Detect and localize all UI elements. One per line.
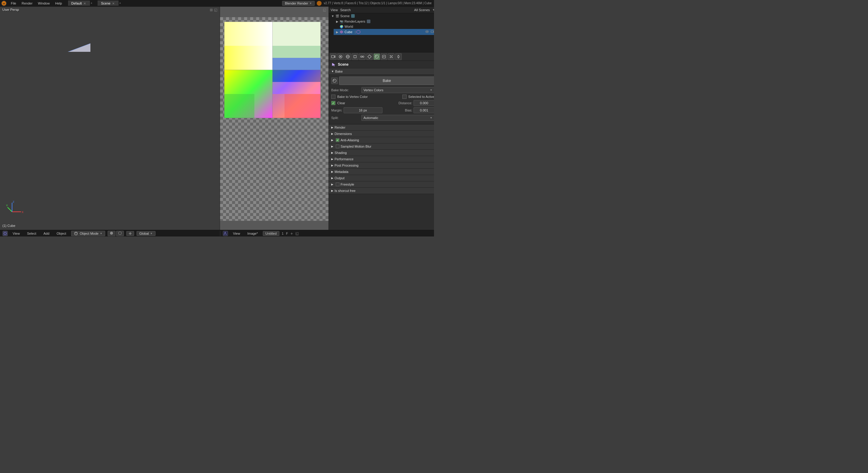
- selected-to-active-label: Selected to Active: [408, 95, 434, 98]
- workspace-tab-default[interactable]: Default ✕: [68, 1, 90, 6]
- distance-value[interactable]: 0.000: [413, 100, 434, 106]
- margin-value[interactable]: 16 px: [344, 107, 382, 113]
- close-workspace-tab[interactable]: ✕: [83, 2, 87, 5]
- bake-mode-dropdown[interactable]: Vertex Colors ▼: [361, 87, 434, 93]
- section-render[interactable]: ▶ Render: [329, 124, 434, 131]
- uv-expand-btn[interactable]: ◱: [296, 231, 299, 235]
- viewport-small-icon: [2, 231, 8, 236]
- prop-physics-icon[interactable]: [395, 53, 402, 60]
- mb-checkbox[interactable]: [336, 145, 339, 148]
- camera-icon-small: [430, 30, 434, 34]
- prop-object-icon[interactable]: [352, 53, 358, 60]
- viewport-view-menu[interactable]: View: [10, 231, 22, 236]
- scene-tab[interactable]: Scene ✕: [98, 1, 119, 6]
- svg-marker-31: [60, 37, 90, 52]
- uv-bottom-bar: View Image* Untitled 1 F + ◱: [220, 231, 329, 236]
- prop-modifiers-icon[interactable]: [366, 53, 373, 60]
- viewport-3d[interactable]: User Persp: [0, 7, 220, 230]
- selected-to-active-checkbox[interactable]: [402, 95, 407, 99]
- bake-mode-label: Bake Mode:: [331, 88, 361, 92]
- prop-world-icon[interactable]: [344, 53, 351, 60]
- svg-point-94: [391, 56, 392, 57]
- status-text: v2.77 | Verts:8 | Faces:6 | Tris:12 | Ob…: [324, 1, 432, 5]
- outliner-scenes-dropdown[interactable]: All Scenes: [414, 8, 430, 12]
- prop-constraints-icon[interactable]: [359, 53, 366, 60]
- clear-checkbox[interactable]: [331, 101, 336, 105]
- menu-help[interactable]: Help: [53, 1, 64, 6]
- outliner-item-world[interactable]: 🌍 World: [334, 24, 434, 29]
- uv-add-icon[interactable]: +: [290, 231, 293, 236]
- section-shortcut-free[interactable]: ▶ Is shorcut free: [329, 188, 434, 194]
- expand-icon[interactable]: ⊞: [210, 8, 213, 12]
- add-workspace-tab[interactable]: +: [90, 1, 93, 5]
- bake-mode-row: Bake Mode: Vertex Colors ▼: [331, 87, 434, 93]
- meta-section-label: Metadata: [335, 170, 348, 174]
- blender-icon: [316, 1, 322, 6]
- section-shading[interactable]: ▶ Shading: [329, 150, 434, 156]
- bake-button[interactable]: Bake: [339, 76, 434, 85]
- section-dimensions[interactable]: ▶ Dimensions: [329, 131, 434, 137]
- corner-icon[interactable]: ◱: [214, 8, 217, 12]
- menu-file[interactable]: File: [8, 1, 19, 6]
- close-scene-tab[interactable]: ✕: [112, 2, 115, 5]
- uv-view-menu[interactable]: View: [230, 231, 243, 236]
- prop-particles-icon[interactable]: [388, 53, 395, 60]
- output-arrow: ▶: [331, 177, 333, 180]
- viewport-object-menu[interactable]: Object: [54, 231, 69, 236]
- bake-vertex-row: Bake to Vertex Color: [331, 95, 382, 99]
- margin-bias-row: Margin: 16 px Bias: 0.001: [331, 107, 434, 113]
- wire-shading-btn[interactable]: [116, 231, 124, 236]
- uv-image-name[interactable]: Untitled: [263, 231, 279, 236]
- visibility-icon[interactable]: [425, 30, 429, 34]
- cube-expand[interactable]: ▶: [336, 30, 338, 34]
- shading-buttons: [107, 231, 124, 236]
- global-dropdown[interactable]: Global ▼: [136, 231, 156, 236]
- viewport-add-menu[interactable]: Add: [41, 231, 52, 236]
- viewport-bottom-bar: View Select Add Object Object Mode ▼: [0, 231, 220, 236]
- pivot-btn[interactable]: [126, 231, 134, 236]
- mode-dropdown[interactable]: Object Mode ▼: [71, 231, 105, 236]
- freestyle-checkbox[interactable]: [336, 183, 339, 186]
- uv-image-menu[interactable]: Image*: [245, 231, 260, 236]
- bake-camera-icon-btn[interactable]: [331, 77, 338, 84]
- menu-render[interactable]: Render: [19, 1, 35, 6]
- render-visibility-icon[interactable]: [430, 30, 434, 34]
- section-output[interactable]: ▶ Output: [329, 175, 434, 181]
- bake-section-header[interactable]: ▼ Bake: [329, 68, 434, 75]
- bake-vertex-checkbox[interactable]: [331, 95, 336, 99]
- viewport-object-info: (1) Cube: [2, 224, 16, 227]
- aa-checkbox[interactable]: [336, 138, 339, 142]
- scene-expand[interactable]: ▼: [331, 14, 334, 18]
- engine-dropdown[interactable]: Blender Render ▼: [282, 1, 315, 6]
- prop-scene-icon[interactable]: [337, 53, 344, 60]
- add-scene-tab[interactable]: +: [119, 1, 121, 5]
- solid-shading-btn[interactable]: [107, 231, 116, 236]
- prop-data-icon[interactable]: [381, 53, 387, 60]
- svg-line-45: [7, 207, 12, 212]
- outliner-item-cube[interactable]: ▶ Cube |: [334, 29, 434, 35]
- svg-rect-66: [351, 14, 355, 18]
- section-freestyle[interactable]: ▶ Freestyle: [329, 181, 434, 188]
- outliner-search-btn[interactable]: Search: [340, 8, 351, 12]
- workspace-tabs: Default ✕ +: [68, 1, 93, 6]
- renderlayers-expand[interactable]: ▶: [336, 20, 338, 23]
- split-dropdown[interactable]: Automatic ▼: [361, 115, 434, 121]
- section-metadata[interactable]: ▶ Metadata: [329, 169, 434, 175]
- menu-window[interactable]: Window: [36, 1, 52, 6]
- outliner-item-scene[interactable]: ▼ 🎬 Scene: [329, 13, 434, 19]
- outliner-item-renderlayers[interactable]: ▶ 📷 RenderLayers: [334, 19, 434, 24]
- freestyle-arrow: ▶: [331, 183, 333, 186]
- prop-render-icon[interactable]: [330, 53, 337, 60]
- cube-mesh-icon: [340, 30, 343, 34]
- section-performance[interactable]: ▶ Performance: [329, 156, 434, 162]
- uv-image-editor[interactable]: ◱: [220, 7, 329, 230]
- section-post-processing[interactable]: ▶ Post Processing: [329, 162, 434, 169]
- viewport-select-menu[interactable]: Select: [25, 231, 39, 236]
- uv-expand-icon[interactable]: ◱: [323, 8, 326, 12]
- section-motion-blur[interactable]: ▶ Sampled Motion Blur: [329, 144, 434, 150]
- section-antialiasing[interactable]: ▶ Anti-Aliasing: [329, 137, 434, 144]
- bias-value[interactable]: 0.001: [413, 107, 434, 113]
- prop-material-icon[interactable]: [373, 53, 380, 60]
- svg-text:Y: Y: [6, 204, 8, 207]
- outliner-view-btn[interactable]: View: [331, 8, 338, 12]
